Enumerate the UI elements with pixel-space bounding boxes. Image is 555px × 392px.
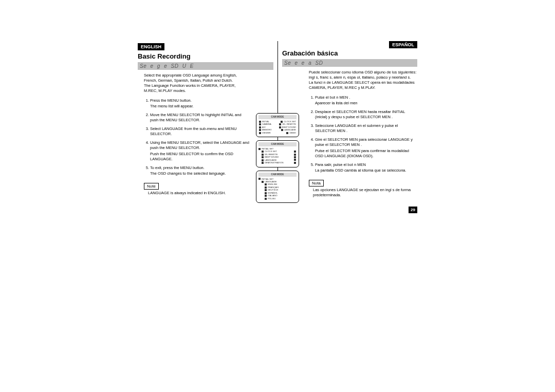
title-right: Grabación básica <box>282 49 417 57</box>
step: Pulse el bot n MEN .Aparecer la lista de… <box>315 95 417 106</box>
step: Para salir, pulse el bot n MENLa pantall… <box>315 162 417 173</box>
intro-left: Select the appropriate OSD Language amon… <box>138 70 250 96</box>
subtitle-left: Se e g e SD U E <box>138 62 273 70</box>
steps-right: Pulse el bot n MEN .Aparecer la lista de… <box>303 95 417 174</box>
steps-left: Press the MENU button.The menu list will… <box>138 98 250 177</box>
osd-screen-1: CAM MODE INITIALCLOCK SET CAMERAWL. REMO… <box>256 113 299 137</box>
step: Gire el SELECTOR MEN para seleccionar LA… <box>315 137 417 159</box>
intro-right: Puede seleccionar como idioma OSD alguno… <box>303 67 417 93</box>
note-text-left: LANGUAGE is always indicated in ENGLISH. <box>138 191 250 196</box>
note-label-right: Nota <box>309 180 324 186</box>
step: To exit, press the MENU button.The OSD c… <box>150 165 250 176</box>
osd-figures: CAM MODE INITIALCLOCK SET CAMERAWL. REMO… <box>256 113 299 206</box>
step: Select LANGUAGE from the sub-menu and ME… <box>150 126 250 137</box>
manual-page: ENGLISH Basic Recording Se e g e SD U E … <box>138 41 417 198</box>
step: Seleccione LANGUAGE en el submen y pulse… <box>315 123 417 134</box>
note-text-right: Las opciones LANGUAGE se ejecutan en ing… <box>303 188 417 198</box>
lang-tag-spanish: ESPAÑOL <box>389 41 417 48</box>
step: Desplace el SELECTOR MEN hasta resaltar … <box>315 109 417 120</box>
osd-screen-3: CAM MODE INITIAL SET LANGUAGE ENGLISH FR… <box>256 171 299 203</box>
step: Using the MENU SELECTOR, select the LANG… <box>150 140 250 162</box>
step: Press the MENU button.The menu list will… <box>150 98 250 109</box>
subtitle-right: Se e e a SD <box>282 59 417 67</box>
title-left: Basic Recording <box>138 52 273 60</box>
osd-screen-2: CAM MODE INITIAL SET CLOCK SET WL.REMOTE… <box>256 140 299 167</box>
step: Move the MENU SELECTOR to highlight INIT… <box>150 113 250 123</box>
lang-tag-english: ENGLISH <box>138 43 164 50</box>
page-number: 29 <box>409 207 417 213</box>
note-label-left: Note <box>144 183 159 190</box>
